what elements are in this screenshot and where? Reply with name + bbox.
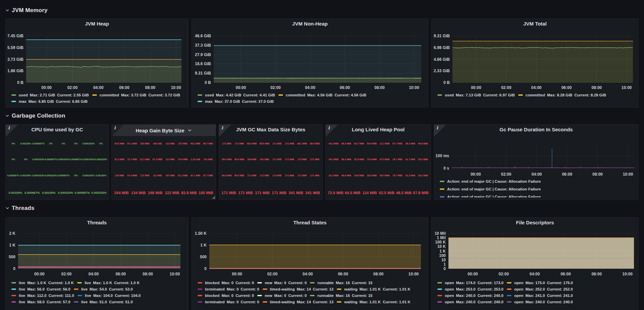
legend-item[interactable]: liveMax: 58.0Current: 57.0 (11, 300, 70, 304)
legend-item[interactable]: liveMax: 104.0Current: 104.0 (77, 294, 141, 298)
legend-item[interactable]: waitingMax: 1.01 KCurrent: 1.01 K (337, 287, 410, 291)
legend-max: Max: 0 (274, 294, 286, 298)
x-axis-label: 04:00 (93, 85, 104, 90)
legend-item[interactable]: usedMax: 7.13 GiBCurrent: 6.97 GiB (437, 93, 515, 97)
legend-item[interactable]: liveMax: 51.0Current: 51.0 (74, 300, 133, 304)
legend-item[interactable]: openMax: 175.0Current: 175.0 (507, 281, 573, 285)
legend-series-name: max (19, 99, 26, 103)
legend-item[interactable]: usedMax: 2.71 GiBCurrent: 2.55 GiB (11, 93, 89, 97)
y-axis-label: 27.9 GiB (195, 52, 211, 57)
y-axis-label: 0 B (17, 80, 23, 85)
panel-title[interactable]: Long Lived Heap Pool (326, 125, 431, 134)
legend-item[interactable]: committedMax: 8.28 GiBCurrent: 8.28 GiB (518, 93, 606, 97)
legend-item[interactable]: Action: end of major GC | Cause: Allocat… (440, 187, 541, 191)
legend-item[interactable]: liveMax: 1.0 KCurrent: 1.0 K (77, 281, 140, 285)
legend-item[interactable]: openMax: 174.0Current: 173.0 (437, 281, 503, 285)
panel-header[interactable]: Heap Gain Byte Size (112, 125, 216, 136)
legend-max: Max: 0 (221, 294, 233, 298)
stat-value: 171 MiB (283, 153, 296, 166)
stat-value: 0.000667% (57, 169, 70, 181)
legend-row: openMax: 174.0Current: 173.0openMax: 175… (437, 279, 636, 286)
legend-item[interactable]: openMax: 240.0Current: 240.0 (507, 300, 573, 304)
panel-info-corner[interactable]: i (112, 125, 124, 137)
legend-swatch-icon (74, 301, 78, 303)
legend-item[interactable]: timed-waitingMax: 14Current: 13 (263, 300, 334, 304)
legend-item[interactable]: blockedMax: 0Current: 0 (198, 281, 254, 285)
legend-item[interactable]: liveMax: 54.0Current: 53.0 (74, 287, 133, 291)
panel-info-corner[interactable]: i (219, 125, 231, 137)
legend-item[interactable]: committedMax: 3.72 GiBCurrent: 3.72 GiB (92, 93, 180, 97)
legend-item[interactable]: openMax: 241.0Current: 241.0 (507, 294, 573, 298)
legend-series-name: terminated (205, 300, 225, 304)
legend-item[interactable]: timed-waitingMax: 14Current: 13 (263, 287, 334, 291)
x-axis-label: 00:00 (236, 85, 246, 90)
stat-value: 32.2 MiB (404, 169, 417, 181)
panel-title[interactable]: JVM GC Max Data Size Bytes (219, 125, 322, 134)
stat-value: 0.000333% (82, 169, 95, 181)
stat-value-large: 122 MiB (164, 187, 180, 198)
legend-max: Max: 7.13 GiB (456, 93, 481, 97)
stat-value: 1.20 GiB (189, 153, 202, 166)
stat-value: 29.2 MiB (417, 169, 429, 181)
legend-item[interactable]: newMax: 0Current: 0 (257, 294, 307, 298)
legend-item[interactable]: liveMax: 1.0 KCurrent: 1.0 K (11, 281, 74, 285)
y-axis-label: 6.98 GiB (434, 45, 450, 50)
legend-item[interactable]: runnableMax: 16Current: 15 (310, 281, 372, 285)
legend-item[interactable]: committedMax: 4.56 GiBCurrent: 4.56 GiB (278, 93, 366, 97)
legend-series-name: Action: end of major GC | Cause: Allocat… (447, 187, 541, 191)
stat-value: 111 MiB (151, 169, 164, 181)
legend-swatch-icon (337, 289, 341, 290)
stat-value: 341 MiB (258, 153, 271, 166)
x-axis-label: 00:00 (41, 85, 52, 90)
legend-item[interactable]: openMax: 240.0Current: 240.0 (437, 294, 503, 298)
legend-current: Current: 240.0 (478, 294, 503, 298)
section-row-jvm-memory[interactable]: JVM Memory (5, 6, 48, 15)
x-axis-label: 10:00 (170, 272, 180, 276)
legend-swatch-icon (11, 289, 16, 290)
panel-info-corner[interactable]: i (326, 125, 338, 137)
legend-item[interactable]: usedMax: 4.42 GiBCurrent: 4.41 GiB (198, 93, 275, 97)
panel-info-corner[interactable]: i (6, 125, 18, 137)
legend-item[interactable]: liveMax: 112.0Current: 111.0 (11, 294, 74, 298)
chevron-down-icon (5, 8, 9, 12)
legend-item[interactable]: blockedMax: 0Current: 0 (198, 294, 254, 298)
legend-item[interactable]: terminatedMax: 0Current: 0 (198, 300, 259, 304)
legend-row: terminatedMax: 0Current: 0timed-waitingM… (198, 286, 426, 292)
legend-item[interactable]: openMax: 253.0Current: 253.0 (437, 287, 503, 291)
panel-info-corner[interactable]: i (434, 125, 446, 137)
legend-item[interactable]: Action: end of major GC | Cause: Allocat… (440, 195, 541, 198)
legend-swatch-icon (507, 295, 512, 296)
legend-item[interactable]: runnableMax: 16Current: 15 (310, 294, 372, 298)
chevron-down-path (6, 208, 9, 209)
legend-current: Current: 240.0 (547, 300, 573, 304)
y-axis-label: 18.6 GiB (195, 61, 211, 66)
legend-series-name: timed-waiting (270, 300, 295, 304)
legend-swatch-icon (74, 289, 78, 290)
legend-item[interactable]: liveMax: 56.0Current: 56.0 (11, 287, 70, 291)
stat-value: 85.4 MiB (246, 137, 258, 149)
legend-swatch-icon (337, 301, 341, 303)
legend-item[interactable]: openMax: 240.0Current: 240.0 (437, 300, 503, 304)
legend-item[interactable]: openMax: 252.0Current: 252.0 (507, 287, 573, 291)
legend-item[interactable]: newMax: 0Current: 0 (257, 281, 307, 285)
section-row-threads[interactable]: Threads (5, 204, 35, 213)
legend-item[interactable]: maxMax: 6.85 GiBCurrent: 6.85 GiB (11, 99, 88, 103)
stat-value-large: 0.000333% (91, 187, 107, 198)
legend-item[interactable]: waitingMax: 1.01 KCurrent: 1.01 K (337, 300, 410, 304)
legend-item[interactable]: terminatedMax: 0Current: 0 (198, 287, 259, 291)
legend-swatch-icon (198, 289, 202, 290)
legend-max: Max: 240.0 (456, 300, 475, 304)
y-axis-label: 500 (200, 255, 207, 259)
x-axis-label: 04:00 (303, 272, 313, 276)
legend-series-name: waiting (344, 300, 358, 304)
panel-resize-handle[interactable] (212, 196, 215, 199)
legend-series-name: live (19, 287, 25, 291)
legend-item[interactable]: maxMax: 37.0 GiBCurrent: 37.0 GiB (198, 99, 274, 103)
section-row-garbage-collection[interactable]: Garbage Collection (5, 112, 65, 120)
panel-title[interactable]: CPU time used by GC (6, 125, 109, 134)
legend-item[interactable]: Action: end of major GC | Cause: Allocat… (440, 179, 541, 183)
legend-row: Action: end of major GC | Cause: Allocat… (440, 185, 636, 193)
series-line-gc pause (452, 168, 634, 168)
legend-current: Current: 1.0 K (48, 281, 74, 285)
y-axis-label: 0 (13, 266, 15, 271)
